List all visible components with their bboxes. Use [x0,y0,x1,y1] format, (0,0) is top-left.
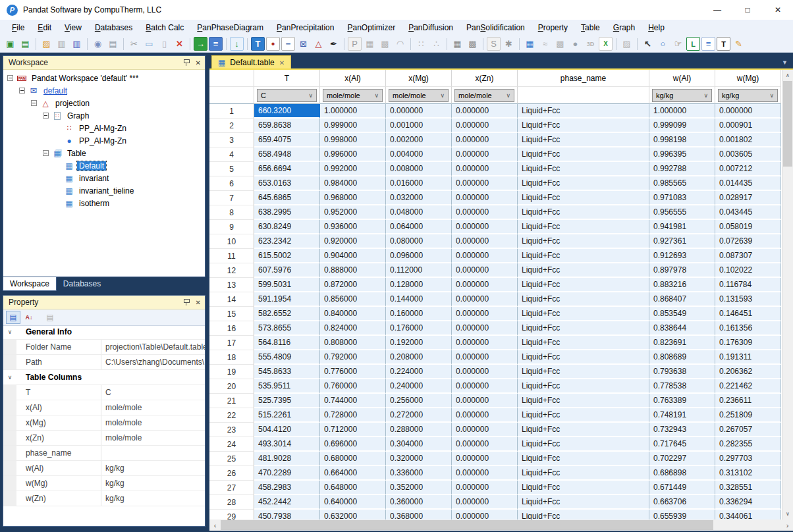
row-number-cell[interactable]: 8 [209,205,254,220]
menu-view[interactable]: View [58,23,88,32]
cell-x-zn[interactable]: 0.000000 [452,408,518,423]
prop-row-path[interactable]: Path C:\Users\zhang\Documents\ [3,355,205,370]
cell-x-al[interactable]: 0.999000 [320,119,386,133]
table-row[interactable]: 29 450.7938 0.632000 0.368000 0.000000 L… [209,510,782,519]
vertical-scrollbar-thumb[interactable] [783,81,792,167]
cell-w-al[interactable]: 0.985565 [649,176,715,191]
cell-w-al[interactable]: 0.793638 [649,365,715,379]
table-row[interactable]: 1 660.3200 1.000000 0.000000 0.000000 Li… [209,104,782,119]
cell-x-mg[interactable]: 0.224000 [386,365,452,379]
print-icon[interactable]: ▤ [106,37,120,51]
batch-options-icon[interactable]: ≡ [209,37,223,51]
cell-x-al[interactable]: 0.936000 [320,220,386,234]
cell-w-mg[interactable]: 0.003605 [715,147,781,162]
column-header[interactable]: w(Mg) [715,70,781,87]
cell-x-al[interactable]: 0.696000 [320,437,386,452]
cell-phase-name[interactable]: Liquid+Fcc [518,234,649,249]
tree-item-workspace-root[interactable]: Pandat Workspace 'default' *** [3,72,205,84]
cell-w-al[interactable]: 0.717645 [649,437,715,452]
cell-x-zn[interactable]: 0.000000 [452,220,518,234]
legend-icon[interactable]: ≡ [701,37,715,51]
row-number-cell[interactable]: 4 [209,147,254,162]
cell-phase-name[interactable]: Liquid+Fcc [518,510,649,519]
column-header[interactable]: x(Zn) [452,70,518,87]
cell-w-mg[interactable]: 0.000901 [715,119,781,133]
cell-w-mg[interactable]: 0.014435 [715,176,781,191]
download-icon[interactable]: ↓ [230,37,244,51]
table-edit-icon[interactable]: ▦ [523,37,537,51]
cell-t[interactable]: 525.7395 [254,394,320,408]
row-number-cell[interactable]: 11 [209,249,254,263]
cell-w-al[interactable]: 0.663706 [649,495,715,510]
section-calc-icon[interactable]: ⊠ [296,37,310,51]
prop-row-phase-name[interactable]: phase_name [3,446,205,461]
row-number-cell[interactable]: 3 [209,133,254,147]
table-row[interactable]: 14 591.1954 0.856000 0.144000 0.000000 L… [209,292,782,307]
diffusion-dot-icon[interactable]: ▩ [466,37,479,51]
cell-x-al[interactable]: 0.984000 [320,176,386,191]
precipitation-db-icon[interactable]: P [348,37,362,51]
prop-row-w-zn[interactable]: w(Zn) kg/kg [3,491,205,506]
cell-phase-name[interactable]: Liquid+Fcc [518,147,649,162]
cell-w-mg[interactable]: 0.028917 [715,191,781,205]
cell-x-al[interactable]: 0.920000 [320,234,386,249]
cell-t[interactable]: 630.8249 [254,220,320,234]
row-number-cell[interactable]: 28 [209,495,254,510]
cell-w-al[interactable]: 0.956555 [649,205,715,220]
prop-section-table-columns[interactable]: Table Columns [3,370,205,385]
cell-w-al[interactable]: 0.655939 [649,510,715,519]
table-row[interactable]: 26 470.2289 0.664000 0.336000 0.000000 L… [209,466,782,481]
cell-x-al[interactable]: 0.872000 [320,278,386,292]
cell-t[interactable]: 515.2261 [254,408,320,423]
cell-x-mg[interactable]: 0.288000 [386,423,452,437]
cell-w-mg[interactable]: 0.072639 [715,234,781,249]
cell-x-mg[interactable]: 0.008000 [386,162,452,176]
tree-expander-icon[interactable] [19,88,25,93]
row-number-cell[interactable]: 14 [209,292,254,307]
cell-x-al[interactable]: 0.632000 [320,510,386,519]
new-project-icon[interactable]: ▤ [18,37,32,51]
cell-t[interactable]: 659.4075 [254,133,320,147]
cell-x-al[interactable]: 0.996000 [320,147,386,162]
table-row[interactable]: 28 452.2442 0.640000 0.360000 0.000000 L… [209,495,782,510]
row-number-cell[interactable]: 23 [209,423,254,437]
cell-t[interactable]: 545.8633 [254,365,320,379]
pencil-icon[interactable]: ✎ [732,37,746,51]
cell-w-al[interactable]: 0.748191 [649,408,715,423]
row-number-cell[interactable]: 6 [209,176,254,191]
sphere-gray-icon[interactable]: ● [568,37,582,51]
cell-w-al[interactable]: 0.763389 [649,394,715,408]
menu-table[interactable]: Table [574,23,607,32]
prop-row-x-zn[interactable]: x(Zn) mole/mole [3,431,205,446]
horizontal-scrollbar[interactable] [209,519,793,531]
cell-x-al[interactable]: 0.904000 [320,249,386,263]
cell-w-al[interactable]: 0.702297 [649,452,715,466]
tab-list-dropdown-icon[interactable] [782,57,788,66]
row-number-cell[interactable]: 25 [209,452,254,466]
cell-w-mg[interactable]: 0.001802 [715,133,781,147]
column-header[interactable]: T [254,70,320,87]
solidification-icon[interactable]: ✒ [327,37,341,51]
column-header[interactable]: phase_name [518,70,649,87]
cell-x-mg[interactable]: 0.256000 [386,394,452,408]
menu-batch-calc[interactable]: Batch Calc [139,23,190,32]
row-number-cell[interactable]: 27 [209,481,254,495]
cell-w-al[interactable]: 1.000000 [649,104,715,119]
table-row[interactable]: 17 564.8116 0.808000 0.192000 0.000000 L… [209,336,782,350]
tree-expander-icon[interactable] [43,150,49,156]
text-tool-icon[interactable]: T [717,37,730,51]
cell-x-mg[interactable]: 0.004000 [386,147,452,162]
import-icon[interactable]: → [194,37,207,51]
paste-icon[interactable]: ▯ [157,37,171,51]
cell-x-mg[interactable]: 0.160000 [386,307,452,321]
cell-x-zn[interactable]: 0.000000 [452,437,518,452]
cell-x-mg[interactable]: 0.000000 [386,104,452,119]
save-all-icon[interactable]: ▥ [70,37,84,51]
cell-x-mg[interactable]: 0.208000 [386,350,452,365]
menu-pansolidification[interactable]: PanSolidification [460,23,532,32]
cut-icon[interactable]: ✂ [127,37,141,51]
cell-phase-name[interactable]: Liquid+Fcc [518,408,649,423]
cell-w-al[interactable]: 0.999099 [649,119,715,133]
cell-w-mg[interactable]: 0.236611 [715,394,781,408]
cell-x-zn[interactable]: 0.000000 [452,379,518,394]
